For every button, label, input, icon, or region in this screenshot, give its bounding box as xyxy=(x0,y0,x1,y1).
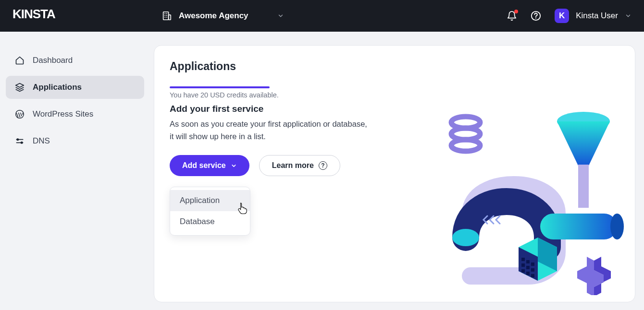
svg-rect-31 xyxy=(526,272,530,275)
button-label: Learn more xyxy=(272,161,314,170)
svg-point-18 xyxy=(451,140,480,151)
org-name: Awesome Agency xyxy=(179,11,248,21)
help-button[interactable] xyxy=(531,11,541,21)
notification-badge-icon xyxy=(514,10,518,13)
notifications-button[interactable] xyxy=(507,11,517,21)
user-menu[interactable]: K Kinsta User xyxy=(555,9,632,23)
wordpress-icon xyxy=(14,109,25,119)
svg-rect-20 xyxy=(578,165,589,208)
chevron-down-icon xyxy=(231,163,237,169)
add-service-button[interactable]: Add service xyxy=(170,155,249,176)
sidebar-item-label: WordPress Sites xyxy=(33,109,93,119)
chevron-down-icon xyxy=(625,12,632,19)
empty-state-illustration xyxy=(437,94,629,295)
dropdown-option-application[interactable]: Application xyxy=(170,190,250,211)
svg-rect-24 xyxy=(521,258,525,261)
svg-point-15 xyxy=(21,142,23,143)
home-icon xyxy=(14,55,25,66)
org-selector[interactable]: Awesome Agency xyxy=(161,11,284,21)
dropdown-option-database[interactable]: Database xyxy=(170,211,250,232)
button-label: Add service xyxy=(182,161,226,170)
add-service-dropdown: Application Database xyxy=(170,187,250,236)
svg-rect-2 xyxy=(169,15,171,20)
kinsta-logo: KINSTA xyxy=(12,8,65,24)
dns-icon xyxy=(14,136,25,146)
sidebar-item-label: Dashboard xyxy=(33,56,73,65)
sidebar-item-wordpress[interactable]: WordPress Sites xyxy=(6,103,144,126)
svg-point-13 xyxy=(17,139,18,140)
svg-rect-32 xyxy=(531,274,534,277)
svg-text:KINSTA: KINSTA xyxy=(12,8,56,21)
learn-more-button[interactable]: Learn more ? xyxy=(259,155,340,176)
layers-icon xyxy=(14,82,25,93)
chevron-down-icon xyxy=(277,12,284,19)
svg-rect-30 xyxy=(521,269,525,273)
description: As soon as you create your first applica… xyxy=(170,118,376,143)
svg-point-21 xyxy=(452,229,479,246)
sidebar-item-label: Applications xyxy=(33,83,82,92)
svg-rect-29 xyxy=(531,268,534,272)
option-label: Application xyxy=(180,196,220,205)
avatar: K xyxy=(555,9,569,23)
topbar: KINSTA Awesome Agency xyxy=(0,0,644,32)
svg-point-10 xyxy=(535,17,536,18)
sidebar-item-applications[interactable]: Applications xyxy=(6,76,144,99)
building-icon xyxy=(161,11,172,21)
user-name: Kinsta User xyxy=(576,11,618,21)
sidebar: Dashboard Applications WordPress Sites xyxy=(0,32,154,310)
content-card: Applications You have 20 USD credits ava… xyxy=(154,45,635,302)
svg-point-23 xyxy=(610,214,624,239)
main: Applications You have 20 USD credits ava… xyxy=(154,32,644,310)
description-line: As soon as you create your first applica… xyxy=(170,119,367,128)
svg-rect-22 xyxy=(540,214,617,239)
sidebar-item-dashboard[interactable]: Dashboard xyxy=(6,49,144,72)
svg-rect-26 xyxy=(531,262,534,266)
svg-rect-28 xyxy=(526,266,530,269)
credits-progress-bar xyxy=(170,86,270,88)
help-icon: ? xyxy=(319,161,327,170)
option-label: Database xyxy=(180,217,215,226)
page-title: Applications xyxy=(170,60,619,73)
svg-rect-25 xyxy=(526,260,530,263)
sidebar-item-label: DNS xyxy=(33,136,50,146)
svg-rect-1 xyxy=(163,12,169,20)
sidebar-item-dns[interactable]: DNS xyxy=(6,130,144,153)
description-line: it will show up here in a list. xyxy=(170,132,266,141)
svg-rect-27 xyxy=(521,263,525,267)
